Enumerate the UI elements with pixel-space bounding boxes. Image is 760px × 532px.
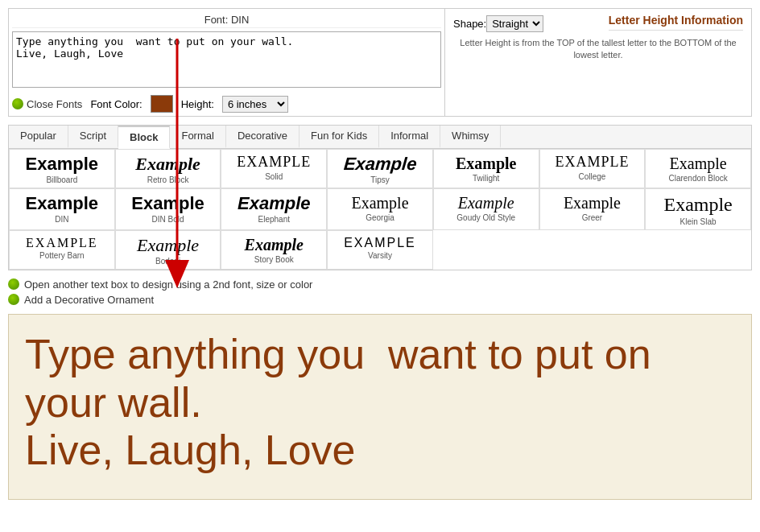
font-sample-pottery: EXAMPLE bbox=[13, 236, 111, 250]
add-ornament-link[interactable]: Add a Decorative Ornament bbox=[8, 294, 752, 306]
font-label-din-bold: DIN Bold bbox=[119, 215, 217, 224]
tab-fun-for-kids[interactable]: Fun for Kids bbox=[299, 126, 379, 148]
tab-whimsy[interactable]: Whimsy bbox=[440, 126, 501, 148]
font-cell-klein[interactable]: Example Klein Slab bbox=[645, 188, 751, 229]
green-circle-icon bbox=[12, 98, 23, 109]
left-controls: Font: DIN Type anything you want to put … bbox=[9, 9, 445, 116]
close-fonts-label: Close Fonts bbox=[27, 98, 82, 110]
ornament-label: Add a Decorative Ornament bbox=[24, 294, 154, 306]
text-input[interactable]: Type anything you want to put on your wa… bbox=[12, 31, 441, 88]
green-circle-icon-3 bbox=[8, 294, 19, 305]
top-panel: Font: DIN Type anything you want to put … bbox=[8, 8, 752, 117]
tab-decorative[interactable]: Decorative bbox=[226, 126, 299, 148]
font-label-georgia: Georgia bbox=[331, 213, 429, 222]
font-cell-tipsy[interactable]: Example Tipsy bbox=[327, 149, 433, 188]
tab-informal[interactable]: Informal bbox=[379, 126, 440, 148]
green-circle-icon-2 bbox=[8, 278, 19, 290]
font-label-college: College bbox=[543, 172, 642, 181]
font-label-din: DIN bbox=[13, 215, 111, 224]
font-cell-retro-block[interactable]: Example Retro Block bbox=[115, 149, 221, 188]
font-cell-twilight[interactable]: Example Twilight bbox=[433, 149, 539, 188]
letter-height-info: Letter Height is from the TOP of the tal… bbox=[453, 37, 743, 62]
font-sample-greer: Example bbox=[543, 194, 642, 212]
tabs-bar: Popular Script Block Formal Decorative F… bbox=[9, 126, 751, 149]
font-sample-billboard: Example bbox=[13, 155, 111, 174]
font-title: Font: DIN bbox=[12, 12, 441, 28]
font-color-label: Font Color: bbox=[90, 98, 142, 110]
shape-row: Shape: Straight Arch Wave Letter Height … bbox=[453, 14, 743, 34]
font-sample-twilight: Example bbox=[437, 155, 535, 172]
font-cell-elephant[interactable]: Example Elephant bbox=[221, 188, 327, 229]
font-cell-din-bold[interactable]: Example DIN Bold bbox=[115, 188, 221, 229]
font-sample-story-book: Example bbox=[225, 236, 323, 254]
font-label-pottery: Pottery Barn bbox=[13, 251, 111, 260]
font-label-billboard: Billboard bbox=[13, 175, 111, 184]
font-cell-billboard[interactable]: Example Billboard bbox=[9, 149, 115, 188]
font-sample-din-bold: Example bbox=[119, 194, 217, 213]
font-cell-solid[interactable]: EXAMPLE Solid bbox=[221, 149, 327, 188]
font-label-solid: Solid bbox=[225, 172, 323, 181]
font-label-tipsy: Tipsy bbox=[331, 175, 429, 184]
open-second-font-link[interactable]: Open another text box to design using a … bbox=[8, 278, 752, 291]
preview-text: Type anything you want to put on your wa… bbox=[25, 331, 735, 475]
font-cell-college[interactable]: EXAMPLE College bbox=[539, 149, 646, 188]
close-fonts-button[interactable]: Close Fonts bbox=[12, 98, 82, 110]
font-sample-klein: Example bbox=[649, 194, 747, 215]
font-color-swatch[interactable] bbox=[151, 95, 173, 113]
shape-select[interactable]: Straight Arch Wave bbox=[486, 15, 543, 32]
font-sample-college: EXAMPLE bbox=[543, 155, 642, 171]
font-cell-varsity[interactable]: EXAMPLE Varsity bbox=[327, 230, 433, 270]
height-select[interactable]: 6 inches 3 inches 4 inches 5 inches 7 in… bbox=[222, 96, 288, 113]
font-controls: Close Fonts Font Color: Height: 6 inches… bbox=[12, 95, 441, 113]
font-cell-clarendon[interactable]: Example Clarendon Block bbox=[645, 149, 751, 188]
font-sample-bodoni: Example bbox=[119, 236, 217, 255]
font-cell-story-book[interactable]: Example Story Book bbox=[221, 230, 327, 270]
font-label-varsity: Varsity bbox=[331, 251, 429, 260]
font-cell-din[interactable]: Example DIN bbox=[9, 188, 115, 229]
font-label-goudy: Goudy Old Style bbox=[437, 213, 535, 222]
font-label-clarendon: Clarendon Block bbox=[649, 174, 747, 183]
font-sample-goudy: Example bbox=[437, 194, 535, 212]
right-controls: Shape: Straight Arch Wave Letter Height … bbox=[445, 9, 751, 116]
tab-formal[interactable]: Formal bbox=[170, 126, 225, 148]
second-font-label: Open another text box to design using a … bbox=[24, 278, 312, 291]
height-label: Height: bbox=[181, 98, 214, 110]
font-sample-georgia: Example bbox=[331, 194, 429, 212]
font-label-retro-block: Retro Block bbox=[119, 175, 217, 184]
font-cell-georgia[interactable]: Example Georgia bbox=[327, 188, 433, 229]
font-sample-retro-block: Example bbox=[119, 155, 217, 174]
font-grid: Example Billboard Example Retro Block EX… bbox=[9, 149, 751, 270]
font-cell-goudy[interactable]: Example Goudy Old Style bbox=[433, 188, 539, 229]
font-sample-tipsy: Example bbox=[343, 155, 418, 174]
font-sample-varsity: EXAMPLE bbox=[331, 236, 429, 250]
font-label-bodoni: Bodoni bbox=[119, 257, 217, 266]
font-sample-solid: EXAMPLE bbox=[225, 155, 323, 171]
shape-label: Shape: bbox=[453, 18, 486, 30]
font-label-greer: Greer bbox=[543, 213, 642, 222]
font-tabs-section: Popular Script Block Formal Decorative F… bbox=[8, 125, 752, 270]
tab-popular[interactable]: Popular bbox=[9, 126, 68, 148]
tab-script[interactable]: Script bbox=[68, 126, 118, 148]
font-sample-din: Example bbox=[13, 194, 111, 213]
tab-block[interactable]: Block bbox=[118, 126, 170, 149]
actions-section: Open another text box to design using a … bbox=[8, 278, 752, 306]
font-sample-elephant: Example bbox=[225, 194, 323, 213]
font-label-twilight: Twilight bbox=[437, 174, 535, 183]
font-cell-greer[interactable]: Example Greer bbox=[539, 188, 646, 229]
font-cell-pottery[interactable]: EXAMPLE Pottery Barn bbox=[9, 230, 115, 270]
letter-height-title: Letter Height Information bbox=[609, 14, 743, 31]
preview-section: Type anything you want to put on your wa… bbox=[8, 314, 752, 500]
font-sample-clarendon: Example bbox=[649, 155, 747, 172]
font-cell-bodoni[interactable]: Example Bodoni bbox=[115, 230, 221, 270]
font-label-klein: Klein Slab bbox=[649, 217, 747, 226]
font-label-elephant: Elephant bbox=[225, 215, 323, 224]
font-label-story-book: Story Book bbox=[225, 255, 323, 264]
